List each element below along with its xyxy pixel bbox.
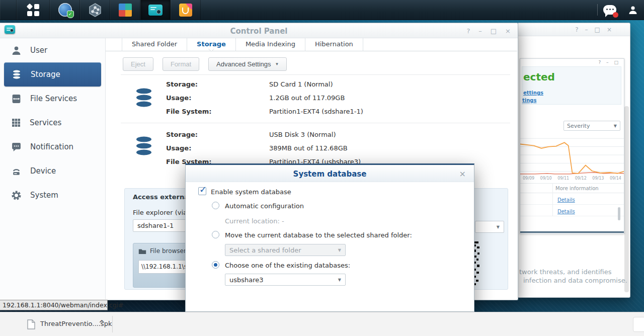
right-window-titlebar xyxy=(518,23,630,36)
threat-prevention-window: ? – □ × ? – □ ected ettings tings Severi… xyxy=(517,23,630,298)
details-link[interactable]: Details xyxy=(557,197,575,203)
user-menu-button[interactable] xyxy=(622,0,644,20)
format-button[interactable]: Format xyxy=(163,57,199,71)
main-menu-button[interactable] xyxy=(17,0,50,20)
settings-link-1[interactable]: ettings xyxy=(523,90,543,96)
subwindow-controls[interactable]: ? – □ xyxy=(598,60,620,65)
tab-hibernation[interactable]: Hibernation xyxy=(305,38,363,51)
user-icon xyxy=(628,5,638,15)
enable-system-database-checkbox[interactable]: ✓ xyxy=(198,187,206,195)
taskbar-app-network[interactable] xyxy=(80,0,110,20)
notifications-button[interactable] xyxy=(598,0,622,20)
storage-icon xyxy=(11,69,22,80)
sidebar-item-label: Services xyxy=(30,118,61,127)
share-dropdown[interactable]: sdshare1-1 xyxy=(133,219,189,232)
sidebar-item-label: Storage xyxy=(31,70,60,79)
sidebar-item-user[interactable]: User xyxy=(0,38,105,62)
minimize-icon[interactable]: – xyxy=(585,27,588,33)
toolbar: Eject Format Advanced Settings ▼ xyxy=(123,57,287,71)
chevron-down-icon: ▼ xyxy=(497,225,500,229)
x-tick: 09/11 xyxy=(557,176,569,181)
tab-storage[interactable]: Storage xyxy=(187,38,236,51)
package-icon xyxy=(179,4,192,17)
disk-icon xyxy=(134,135,154,158)
help-icon[interactable]: ? xyxy=(575,27,578,33)
taskbar-app-control-panel-active[interactable] xyxy=(140,0,171,20)
notification-icon xyxy=(11,142,22,152)
sidebar-item-label: System xyxy=(30,191,58,200)
shelf-divider xyxy=(112,316,113,332)
taskbar-app-user-settings[interactable] xyxy=(110,0,140,20)
field-value: USB Disk 3 (Normal) xyxy=(269,131,336,138)
sidebar-item-label: Device xyxy=(30,166,56,176)
choose-existing-database-label: Choose one of the existing databases: xyxy=(225,262,350,269)
notification-badge xyxy=(613,12,618,18)
taskbar-app-package-center[interactable] xyxy=(171,0,201,20)
sidebar-item-device[interactable]: Device xyxy=(0,159,105,183)
sidebar-item-services[interactable]: Services xyxy=(0,111,105,135)
close-icon[interactable]: × xyxy=(607,27,612,33)
server-icon xyxy=(148,5,163,16)
settings-link-2[interactable]: tings xyxy=(522,98,536,103)
storage-entry-sd-card: Storage:SD Card 1 (Normal) Usage:1.2GB o… xyxy=(121,74,510,123)
control-panel-icon xyxy=(119,4,132,17)
share-dropdown-fragment[interactable]: ▼ xyxy=(475,221,504,233)
advanced-settings-button[interactable]: Advanced Settings ▼ xyxy=(208,57,287,71)
move-database-radio[interactable] xyxy=(212,231,219,238)
enable-system-database-label: Enable system database xyxy=(211,188,291,196)
threat-chart xyxy=(520,134,624,176)
severity-dropdown-value: Severity xyxy=(567,123,590,129)
close-icon[interactable]: × xyxy=(505,28,511,34)
details-link[interactable]: Details xyxy=(557,209,575,214)
status-url-tooltip: 192.168.1.1:8040/webman/index.cgi# xyxy=(0,300,108,310)
table-row: Details xyxy=(520,205,624,216)
tab-shared-folder[interactable]: Shared Folder xyxy=(122,38,187,51)
close-icon[interactable]: × xyxy=(459,169,466,179)
protected-status-text: ected xyxy=(523,71,555,83)
threat-status-subwindow: ? – □ ected ettings tings Severity ▼ 0 xyxy=(520,58,624,234)
help-icon[interactable]: ? xyxy=(466,28,470,34)
maximize-icon[interactable]: □ xyxy=(595,27,600,33)
field-value: 1.2GB out of 117.09GB xyxy=(269,94,345,102)
file-services-icon xyxy=(11,94,22,104)
shared-folder-dropdown-placeholder: Select a shared folder xyxy=(229,246,301,254)
shared-folder-dropdown[interactable]: Select a shared folder ▼ xyxy=(225,244,346,256)
x-tick: 09/12 xyxy=(575,176,587,181)
minimize-icon[interactable]: – xyxy=(478,28,482,34)
current-location-note: Current location: - xyxy=(225,217,284,225)
sidebar-item-notification[interactable]: Notification xyxy=(0,135,105,159)
taskbar-app-security[interactable]: ✓ xyxy=(50,0,80,20)
sidebar-item-system[interactable]: System xyxy=(0,183,105,207)
panel-subtitle: File explorer (via L xyxy=(133,209,193,216)
right-window-scrollbar[interactable] xyxy=(624,106,629,292)
existing-database-dropdown[interactable]: usbshare3 ▼ xyxy=(225,274,346,286)
globe-shield-icon: ✓ xyxy=(58,3,72,17)
eject-button[interactable]: Eject xyxy=(123,57,153,71)
table-scrollbar-thumb[interactable] xyxy=(618,207,620,220)
sidebar-item-storage[interactable]: Storage xyxy=(4,62,101,87)
active-tab-notch xyxy=(208,49,214,55)
table-column-divider xyxy=(552,183,553,216)
folder-icon xyxy=(138,248,146,255)
severity-dropdown[interactable]: Severity ▼ xyxy=(564,121,620,131)
sidebar-item-file-services[interactable]: File Services xyxy=(0,87,105,111)
check-icon: ✓ xyxy=(199,184,207,195)
field-value: Partition1-EXT4 (sdshare1-1) xyxy=(269,108,363,115)
window-title: Control Panel xyxy=(0,27,518,36)
x-tick: 09/09 xyxy=(523,176,534,181)
network-hexagon-icon xyxy=(88,3,103,18)
field-label: Storage: xyxy=(166,80,269,88)
device-icon xyxy=(11,166,22,177)
field-label: Storage: xyxy=(166,131,269,138)
taskbar: ✓ xyxy=(0,0,644,20)
events-table: More information Details Details xyxy=(520,183,624,216)
tab-media-indexing[interactable]: Media Indexing xyxy=(236,38,305,51)
automatic-configuration-radio[interactable] xyxy=(212,202,219,209)
status-panel: ected ettings tings xyxy=(522,66,621,105)
maximize-icon[interactable]: □ xyxy=(491,28,497,34)
main-menu-icon xyxy=(27,4,39,16)
network-path-field[interactable]: \\192.168.1.1\s xyxy=(138,260,190,274)
chevron-up-icon[interactable]: ^ xyxy=(99,319,105,328)
choose-existing-database-radio[interactable] xyxy=(212,261,219,269)
services-icon xyxy=(11,118,21,128)
